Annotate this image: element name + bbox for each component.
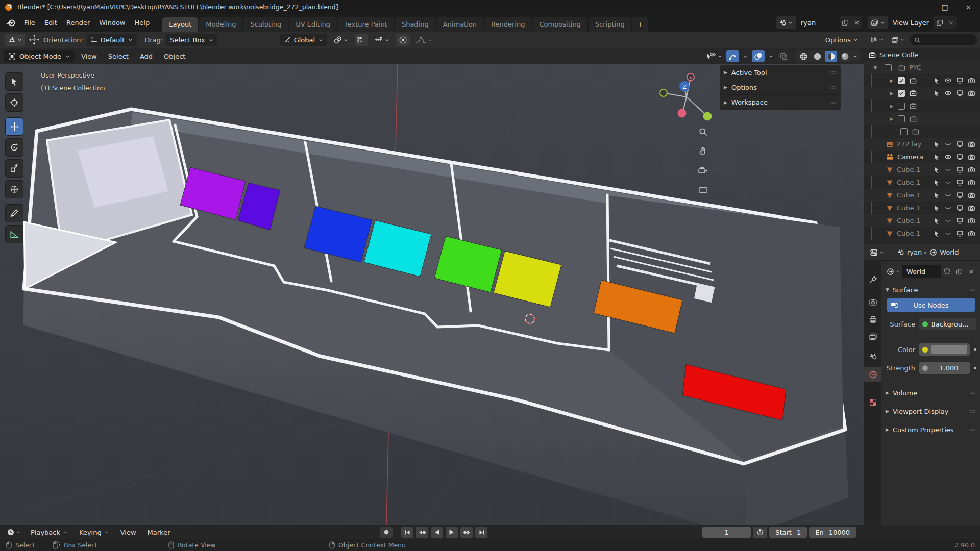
frame-end-field[interactable]: En10000 — [809, 527, 856, 538]
scene-delete-button[interactable]: × — [851, 16, 862, 29]
animate-dot-icon[interactable] — [974, 348, 976, 351]
outliner-row-image[interactable]: 272 lay — [864, 138, 980, 151]
view-layer-name-field[interactable]: View Layer — [888, 16, 934, 29]
scene-name-field[interactable]: ryan — [796, 16, 840, 29]
expander-icon[interactable]: ▶ — [889, 78, 895, 83]
expander-icon[interactable]: ▶ — [889, 116, 895, 121]
eye-open-icon[interactable] — [944, 153, 952, 161]
jump-to-start-button[interactable] — [401, 527, 413, 538]
tab-uv-editing[interactable]: UV Editing — [289, 17, 337, 32]
menu-help[interactable]: Help — [130, 16, 155, 29]
use-nodes-button[interactable]: Use Nodes — [887, 298, 975, 312]
monitor-icon[interactable] — [956, 140, 964, 148]
add-workspace-button[interactable]: + — [632, 17, 648, 32]
select-cursor-icon[interactable] — [933, 166, 940, 173]
color-swatch-field[interactable] — [919, 343, 970, 356]
tab-modeling[interactable]: Modeling — [199, 17, 242, 32]
select-cursor-icon[interactable] — [933, 154, 940, 161]
outliner-row-collection[interactable]: ▶ — [864, 74, 980, 87]
camera-view-button[interactable] — [693, 161, 713, 180]
transform-orientation-dropdown[interactable]: Global — [280, 34, 327, 46]
shading-solid-button[interactable] — [811, 51, 823, 62]
shading-wireframe-button[interactable] — [797, 51, 810, 62]
viewport-menu-object[interactable]: Object — [159, 51, 190, 62]
viewport-canvas[interactable]: x Z User Perspective (1) Scene Collectio… — [0, 64, 864, 525]
outliner-row-mesh[interactable]: Cube.1 — [864, 214, 980, 227]
tab-sculpting[interactable]: Sculpting — [243, 17, 288, 32]
tool-scale[interactable] — [5, 159, 23, 178]
fake-user-shield-button[interactable] — [941, 265, 953, 278]
current-frame-field[interactable]: 1 — [702, 527, 751, 538]
maximize-button[interactable]: □ — [933, 0, 957, 14]
tool-rotate[interactable] — [5, 138, 23, 157]
tab-output-properties[interactable] — [864, 312, 881, 327]
camera-render-icon[interactable] — [968, 191, 975, 199]
tool-transform[interactable] — [5, 180, 23, 198]
gizmo-axis-y-neg[interactable] — [660, 89, 667, 96]
proportional-editing-button[interactable] — [396, 34, 410, 46]
outliner-display-mode-dropdown[interactable] — [889, 34, 908, 46]
select-cursor-icon[interactable] — [933, 77, 940, 84]
camera-render-icon[interactable] — [968, 166, 975, 173]
monitor-icon[interactable] — [956, 77, 964, 84]
tool-move[interactable] — [5, 117, 23, 136]
tab-compositing[interactable]: Compositing — [532, 17, 587, 32]
tool-select-box[interactable] — [5, 72, 23, 91]
blender-menu-logo-icon[interactable] — [5, 19, 16, 27]
panel-options[interactable]: ▶Options — [720, 80, 841, 95]
timeline-menu-playback[interactable]: Playback — [27, 527, 72, 538]
viewport-3d[interactable]: Orientation: Default Drag: Select Box Gl… — [0, 32, 864, 525]
monitor-icon[interactable] — [956, 166, 964, 173]
overlays-dropdown[interactable] — [766, 50, 776, 62]
volume-panel-header[interactable]: ▶Volume — [881, 386, 980, 399]
tool-measure[interactable] — [5, 225, 23, 243]
view-layer-copy-button[interactable] — [934, 16, 946, 29]
select-cursor-icon[interactable] — [933, 192, 940, 199]
strength-slider[interactable]: 1.000 — [919, 362, 970, 374]
gizmo-axis-x[interactable] — [678, 109, 687, 118]
outliner-row-camera[interactable]: Camera — [864, 151, 980, 163]
viewport-menu-view[interactable]: View — [77, 51, 102, 62]
menu-render[interactable]: Render — [62, 16, 94, 29]
tab-texture-paint[interactable]: Texture Paint — [338, 17, 394, 32]
eye-open-icon[interactable] — [944, 77, 952, 84]
outliner-row-scene-collection[interactable]: Scene Colle — [864, 48, 980, 61]
custom-properties-panel-header[interactable]: ▶Custom Properties — [881, 423, 980, 436]
scene-browse-button[interactable] — [776, 16, 796, 29]
outliner-row-mesh[interactable]: Cube.1 — [864, 202, 980, 214]
eye-closed-icon[interactable] — [944, 166, 952, 173]
jump-to-end-button[interactable] — [475, 527, 487, 538]
timeline-menu-view[interactable]: View — [116, 527, 140, 538]
play-reverse-button[interactable] — [431, 527, 443, 538]
frame-start-field[interactable]: Start1 — [769, 527, 807, 538]
camera-render-icon[interactable] — [968, 89, 975, 97]
select-cursor-icon[interactable] — [933, 217, 940, 224]
drag-dropdown[interactable]: Select Box — [166, 34, 217, 46]
gizmo-dropdown[interactable] — [741, 50, 750, 62]
tab-tool-properties[interactable] — [864, 272, 881, 287]
outliner-row-collection[interactable]: ▶ — [864, 112, 980, 125]
checkbox-unchecked[interactable] — [885, 64, 892, 71]
viewport-menu-add[interactable]: Add — [135, 51, 157, 62]
monitor-icon[interactable] — [956, 230, 964, 237]
camera-render-icon[interactable] — [968, 153, 975, 161]
select-cursor-icon[interactable] — [933, 90, 940, 97]
select-cursor-icon[interactable] — [933, 141, 940, 148]
monitor-icon[interactable] — [956, 89, 964, 97]
tab-animation[interactable]: Animation — [436, 17, 483, 32]
eye-closed-icon[interactable] — [944, 140, 952, 148]
panel-active-tool[interactable]: ▶Active Tool — [720, 65, 841, 80]
view-layer-delete-button[interactable]: × — [946, 16, 957, 29]
eye-closed-icon[interactable] — [944, 217, 952, 224]
camera-render-icon[interactable] — [968, 140, 975, 148]
tab-world-properties[interactable] — [864, 367, 881, 382]
auto-keyframe-stopwatch-button[interactable] — [753, 527, 767, 538]
tab-texture-properties[interactable] — [864, 394, 881, 410]
expander-icon[interactable]: ▶ — [889, 104, 895, 109]
outliner-row-mesh[interactable]: Cube.1 — [864, 189, 980, 202]
monitor-icon[interactable] — [956, 204, 964, 212]
tool-cursor[interactable] — [5, 93, 23, 112]
checkbox-checked[interactable] — [898, 90, 905, 97]
eye-closed-icon[interactable] — [944, 204, 952, 212]
world-name-field[interactable]: World — [902, 265, 941, 278]
